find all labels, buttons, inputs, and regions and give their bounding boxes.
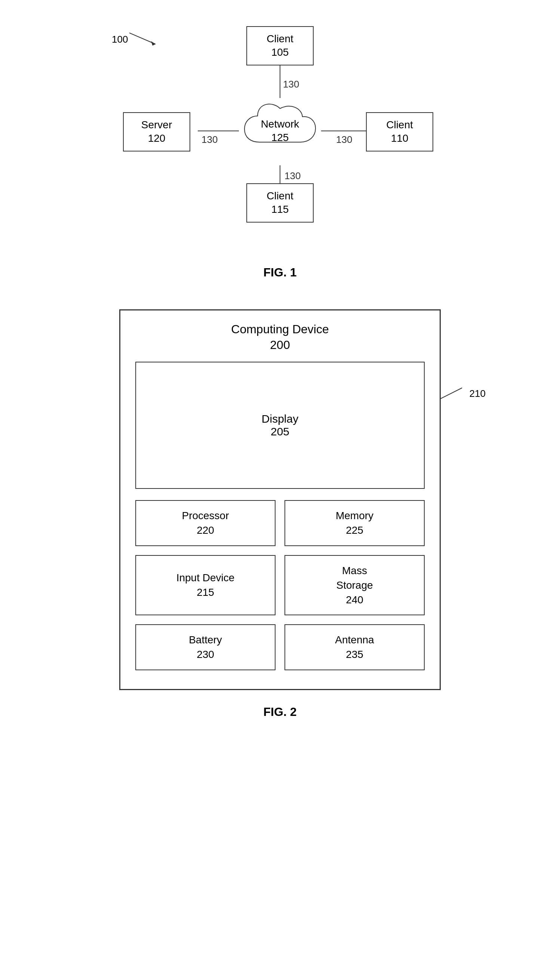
computing-device-outer: Computing Device 200 Display 205 Process…: [119, 309, 441, 690]
ref-210-line: [440, 384, 470, 403]
client-115-ref: 115: [272, 203, 289, 216]
computing-device-title: Computing Device 200: [135, 322, 425, 353]
components-grid: Processor 220 Memory 225 Input Device 21…: [135, 500, 425, 670]
memory-label: Memory: [336, 508, 373, 523]
network-125-cloud: Network 125: [239, 97, 321, 165]
antenna-box: Antenna 235: [285, 624, 425, 670]
input-device-box: Input Device 215: [135, 555, 275, 616]
client-115-box: Client 115: [247, 183, 313, 222]
ref-130-left: 130: [202, 134, 218, 145]
client-105-box: Client 105: [247, 26, 313, 65]
fig1-label: FIG. 1: [263, 265, 297, 279]
client-105-ref: 105: [272, 46, 289, 59]
network-ref: 125: [261, 131, 300, 144]
display-label: Display: [262, 412, 298, 425]
ref-210-container: 210: [440, 384, 486, 403]
processor-label: Processor: [182, 508, 229, 523]
battery-box: Battery 230: [135, 624, 275, 670]
mass-storage-box: MassStorage 240: [285, 555, 425, 616]
fig2-section: Computing Device 200 Display 205 Process…: [0, 309, 560, 719]
client-110-ref: 110: [391, 132, 408, 145]
ref-210-label: 210: [470, 388, 486, 399]
display-ref: 205: [271, 425, 289, 438]
input-device-label: Input Device: [177, 571, 235, 585]
fig2-label: FIG. 2: [263, 705, 297, 719]
processor-box: Processor 220: [135, 500, 275, 546]
fig2-wrapper: Computing Device 200 Display 205 Process…: [119, 309, 441, 690]
fig1-section: 100 Client 105: [0, 22, 560, 279]
page-container: 100 Client 105: [0, 0, 560, 749]
client-110-label: Client: [386, 118, 413, 132]
server-120-box: Server 120: [123, 112, 190, 152]
device-ref-text: 200: [135, 337, 425, 353]
ref-130-right: 130: [336, 134, 352, 145]
server-120-label: Server: [141, 118, 172, 132]
fig1-diagram: Client 105 Server 120 Client 110 Client …: [112, 22, 448, 254]
memory-box: Memory 225: [285, 500, 425, 546]
battery-ref: 230: [197, 647, 214, 662]
antenna-ref: 235: [346, 647, 363, 662]
antenna-label: Antenna: [335, 632, 374, 647]
processor-ref: 220: [197, 523, 214, 537]
ref-130-bottom: 130: [285, 170, 300, 182]
display-box: Display 205: [135, 362, 425, 489]
memory-ref: 225: [346, 523, 363, 537]
svg-line-6: [440, 388, 462, 399]
ref-130-top: 130: [283, 78, 299, 90]
client-105-label: Client: [267, 32, 293, 46]
battery-label: Battery: [189, 632, 222, 647]
mass-storage-label: MassStorage: [336, 563, 373, 592]
client-115-label: Client: [267, 189, 293, 203]
input-device-ref: 215: [197, 585, 214, 600]
client-110-box: Client 110: [366, 112, 433, 152]
device-title-text: Computing Device: [135, 322, 425, 337]
mass-storage-ref: 240: [346, 592, 363, 607]
server-120-ref: 120: [148, 132, 166, 145]
network-label: Network: [261, 117, 300, 131]
